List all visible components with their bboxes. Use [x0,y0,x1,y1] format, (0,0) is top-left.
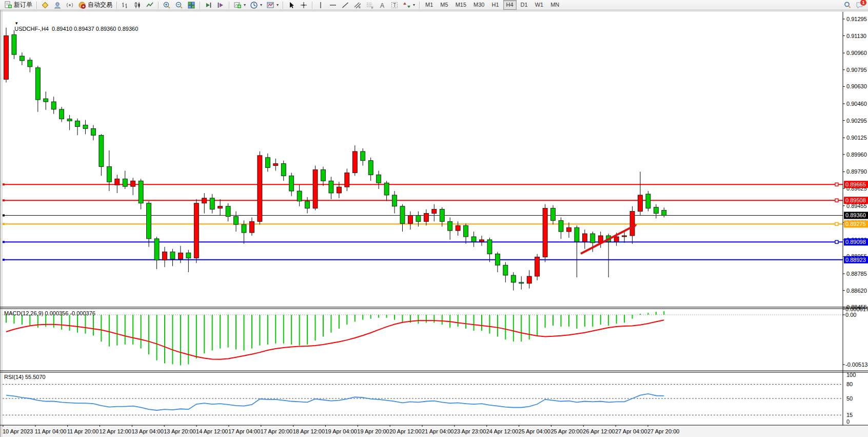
time-axis-label: 23 Apr 23:00 [454,428,486,434]
timeframe-button-m5[interactable]: M5 [437,0,451,10]
chart-shift-button[interactable] [214,0,227,10]
new-order-button[interactable]: 新订单 [2,0,34,10]
zoom-in-button[interactable] [161,0,173,10]
line-handle[interactable] [835,222,838,225]
text-button[interactable]: A [376,0,388,10]
collapse-triangle-icon[interactable]: ▼ [14,21,18,26]
time-axis-label: 17 Apr 04:00 [228,428,260,434]
rsi-axis-label: 100 [846,372,856,378]
macd-indicator-label: MACD(12,26,9) 0.000356 -0.000376 [4,310,95,316]
toolbar-separator [229,2,229,9]
signals-button[interactable] [64,0,76,10]
zoom-out-button[interactable] [173,0,185,10]
svg-text:F: F [371,6,373,9]
time-axis-label: 10 Apr 2023 [3,428,33,434]
arrows-icon [403,1,411,9]
crosshair-button[interactable] [298,0,310,10]
textA-icon: A [378,1,386,9]
time-axis-label: 27 Apr 20:00 [647,428,679,434]
time-axis-label: 19 Apr 04:00 [325,428,357,434]
time-axis-label: 25 Apr 20:00 [550,428,582,434]
price-tick-label: 0.90795 [846,67,867,73]
fibo-icon: F [366,1,374,9]
timeframe-button-m1[interactable]: M1 [422,0,436,10]
fibonacci-button[interactable]: F [364,0,376,10]
mt4-window: { "toolbar": { "new_order_label": "新订单",… [0,0,868,437]
crosshair-icon [300,1,308,9]
candles-icon [133,1,142,9]
price-tick-label: 0.90125 [846,135,867,141]
line-handle[interactable] [835,183,838,186]
timeframe-button-m30[interactable]: M30 [470,0,487,10]
price-tick-label: 0.90295 [846,118,867,124]
time-axis-label: 21 Apr 04:00 [422,428,453,434]
linechart-icon [146,1,154,9]
chart-canvas[interactable]: 0.912950.911300.909600.907950.906300.904… [0,10,868,437]
clock-icon [250,1,258,9]
timeframe-button-d1[interactable]: D1 [518,0,531,10]
periods-button[interactable]: ▾ [248,0,264,10]
timeframe-button-w1[interactable]: W1 [532,0,547,10]
price-tick-label: 0.90630 [846,83,867,89]
line-left-anchor[interactable] [3,259,5,261]
search-button[interactable] [841,0,854,10]
new-order-button-label: 新订单 [14,1,32,9]
trendline-button[interactable] [339,0,351,10]
tile-windows-button[interactable] [185,0,198,10]
vline-button[interactable] [314,0,327,10]
timeframe-button-m15[interactable]: M15 [452,0,469,10]
autotrade-icon [78,1,86,9]
label-button[interactable]: T [388,0,401,10]
line-left-anchor[interactable] [3,183,5,185]
signal-icon [66,1,74,9]
cursor-button[interactable] [285,0,298,10]
timeframe-button-h1[interactable]: H1 [488,0,502,10]
data-window-button[interactable] [51,0,64,10]
autotrading-button[interactable]: 自动交易 [76,0,114,10]
line-left-anchor[interactable] [3,223,5,225]
channel-icon: E [353,1,362,9]
dropdown-arrow-icon[interactable]: ▾ [260,3,262,7]
timeframe-button-mn[interactable]: MN [547,0,562,10]
svg-text:A: A [380,2,384,9]
time-axis-label: 11 Apr 20:00 [67,428,99,434]
timeframe-button-h4[interactable]: H4 [503,0,517,10]
price-tick-label: 0.90960 [846,50,867,56]
macd-axis-label: -0.005133 [845,362,868,368]
dropdown-arrow-icon[interactable]: ▾ [277,3,279,7]
chat-icon: 1 [856,1,864,9]
macd-axis-label: 0.00 [845,312,856,318]
market-watch-button[interactable] [39,0,51,10]
line-handle[interactable] [835,199,838,202]
candle [313,166,318,211]
vline-icon [317,1,325,9]
channel-button[interactable]: E [351,0,364,10]
new-chart-button[interactable]: ▾ [231,0,248,10]
templates-button[interactable]: ▾ [264,0,281,10]
notifications-button[interactable]: 1 [854,0,866,10]
chart-title: ▼ USDCHF-,H4 0.89410 0.89437 0.89360 0.8… [5,13,138,38]
line-left-anchor[interactable] [3,199,5,201]
auto-scroll-button[interactable] [202,0,214,10]
cursor-icon [287,1,295,9]
time-axis-label: 11 Apr 04:00 [35,428,67,434]
time-axis-label: 20 Apr 12:00 [389,428,421,434]
trend-icon [341,1,349,9]
svg-text:T: T [393,2,396,8]
toolbar-separator [200,2,200,9]
line-chart-button[interactable] [144,0,156,10]
line-left-anchor[interactable] [3,241,5,243]
hline-button[interactable] [327,0,339,10]
chart-window[interactable]: 0.912950.911300.909600.907950.906300.904… [0,10,868,437]
line-left-anchor[interactable] [3,214,5,216]
time-axis-label: 12 Apr 12:00 [100,428,131,434]
bar-chart-button[interactable] [119,0,131,10]
arrows-button[interactable]: ▾ [401,0,417,10]
toolbar-separator [158,2,159,9]
time-axis-label: 13 Apr 04:00 [131,428,163,434]
line-handle[interactable] [835,240,838,243]
blue-icon [53,1,62,9]
candle-chart-button[interactable] [131,0,144,10]
dropdown-arrow-icon[interactable]: ▾ [413,3,415,7]
dropdown-arrow-icon[interactable]: ▾ [244,3,246,7]
